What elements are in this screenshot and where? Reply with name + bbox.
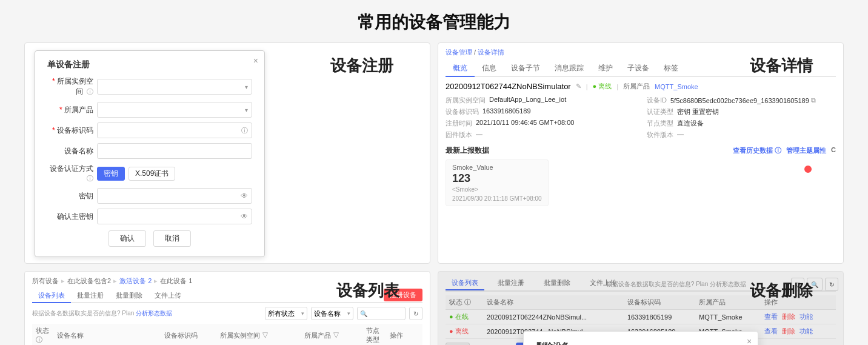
device-edit-icon[interactable]: ✎ <box>576 82 581 90</box>
cancel-button[interactable]: 取消 <box>153 230 191 247</box>
list-card: 设备列表 注册设备 所有设备 ▸ 在此设备包含2 ▸ 激活设备 2 ▸ 在此设备… <box>24 271 430 345</box>
search-input[interactable]: 🔍 <box>357 307 406 320</box>
col-actions: 操作 <box>386 324 422 345</box>
key-eye-icon[interactable]: 👁 <box>241 192 248 200</box>
bc-active-devices[interactable]: 激活设备 2 <box>119 276 152 286</box>
info-auth: 认证类型 密钥 重置密钥 <box>647 107 836 116</box>
data-val: 123 <box>452 172 542 185</box>
col-status: 状态 ⓘ <box>32 324 53 345</box>
tab-subnode[interactable]: 设备子节 <box>504 61 547 77</box>
tab-subdevice[interactable]: 子设备 <box>620 61 656 77</box>
data-time: 2021/09/30 20:11:18 GMT+08:00 <box>452 195 542 202</box>
view-history-link[interactable]: 查看历史数据 ⓘ <box>733 146 781 155</box>
col-name: 设备名称 <box>53 324 161 345</box>
field-auth: 设备认证方式 ⓘ 密钥 X.509证书 <box>47 164 252 183</box>
manage-attr-link[interactable]: 管理主题属性 <box>786 146 826 155</box>
col-product: 所属产品 ▽ <box>301 324 362 345</box>
data-key: Smoke_Value <box>452 164 542 171</box>
register-dialog-title: 单设备注册 <box>47 59 252 70</box>
tab-overview[interactable]: 概览 <box>446 61 475 77</box>
bc-all-devices[interactable]: 所有设备 <box>32 276 59 286</box>
copy-icon[interactable]: ⧉ <box>811 96 816 104</box>
bc-includes[interactable]: 在此设备包含2 <box>67 276 111 286</box>
toolbar-hint-link[interactable]: 分析形态数据 <box>136 310 172 317</box>
status-filter-select[interactable]: 所有状态 <box>265 307 307 320</box>
device-product-name[interactable]: MQTT_Smoke <box>655 83 698 90</box>
name-filter-select[interactable]: 设备名称 <box>311 307 353 320</box>
col-space: 所属实例空间 ▽ <box>216 324 301 345</box>
auth-info-icon[interactable]: ⓘ <box>87 175 93 182</box>
key-input[interactable]: 👁 <box>97 188 252 204</box>
field-confirm-key: 确认主密钥 👁 <box>47 209 252 224</box>
close-icon[interactable]: × <box>253 56 258 65</box>
tab-tag[interactable]: 标签 <box>656 61 686 77</box>
list-tab-batch-del[interactable]: 批量删除 <box>110 289 149 303</box>
confirm-key-eye-icon[interactable]: 👁 <box>241 212 248 221</box>
field-device-code: * 设备标识码 ⓘ <box>47 122 252 138</box>
field-auth-label: 设备认证方式 ⓘ <box>47 164 97 183</box>
breadcrumb-detail[interactable]: 设备详情 <box>478 49 504 56</box>
bc-current[interactable]: 在此设备 1 <box>160 276 192 286</box>
auth-btn-cert[interactable]: X.509证书 <box>129 167 175 181</box>
data-section-body: Smoke_Value 123 <Smoke> 2021/09/30 20:11… <box>446 159 836 206</box>
data-unit: <Smoke> <box>452 186 542 193</box>
list-tab-device[interactable]: 设备列表 <box>32 289 71 303</box>
device-product-label: 所属产品 <box>623 82 650 91</box>
data-section-header: 最新上报数据 查看历史数据 ⓘ 管理主题属性 C <box>446 146 836 156</box>
delete-dialog-title: 删除设备 <box>536 341 746 346</box>
field-device-name-label: 设备名称 <box>47 146 97 156</box>
list-tab-batch-reg[interactable]: 批量注册 <box>71 289 110 303</box>
table-header-row: 状态 ⓘ 设备名称 设备标识码 所属实例空间 ▽ 所属产品 ▽ 节点类型 操作 <box>32 324 422 345</box>
delete-dialog-overlay: 删除设备 × 确认删除以下设备么？（删除后不可正面） 状态 设备名称 设备标识码… <box>438 272 843 345</box>
reset-key-link[interactable]: 重置密钥 <box>692 108 719 115</box>
register-card-label: 设备注册 <box>330 55 393 76</box>
register-card: 设备注册 单设备注册 × * 所属实例空间 ⓘ * 所属产品 * 设备标识码 ⓘ <box>24 42 430 264</box>
dialog-footer: 确认 取消 <box>47 230 252 247</box>
field-key: 密钥 👁 <box>47 188 252 204</box>
register-dialog: 单设备注册 × * 所属实例空间 ⓘ * 所属产品 * 设备标识码 ⓘ <box>35 50 265 257</box>
field-space-label: * 所属实例空间 ⓘ <box>47 76 97 97</box>
delete-dialog-close-icon[interactable]: × <box>747 337 752 346</box>
product-select[interactable] <box>97 102 252 118</box>
data-item-smoke: Smoke_Value 123 <Smoke> 2021/09/30 20:11… <box>446 159 549 206</box>
space-info-icon[interactable]: ⓘ <box>87 88 93 95</box>
device-code-info-icon[interactable]: ⓘ <box>241 126 248 135</box>
field-device-name: 设备名称 <box>47 143 252 159</box>
space-select[interactable] <box>97 79 252 95</box>
delete-dialog: 删除设备 × 确认删除以下设备么？（删除后不可正面） 状态 设备名称 设备标识码… <box>523 331 758 346</box>
field-confirm-key-label: 确认主密钥 <box>47 212 97 222</box>
refresh-list-button[interactable]: ↻ <box>409 307 422 320</box>
data-live-dot <box>804 166 812 173</box>
data-section-actions: 查看历史数据 ⓘ 管理主题属性 C <box>733 146 836 155</box>
tab-info[interactable]: 信息 <box>475 61 504 77</box>
info-space: 所属实例空间 DefaultApp_Long_Lee_iot <box>446 96 635 105</box>
list-card-label: 设备列表 <box>336 280 399 301</box>
delete-card: 设备删除 根据设备名数据取实是否的信息? Plan 分析形态数据 ▽ 🔍 ↻ 设… <box>438 271 844 345</box>
device-status: ● 离线 <box>593 82 612 91</box>
search-icon: 🔍 <box>360 310 367 317</box>
breadcrumb-manage[interactable]: 设备管理 <box>446 49 472 56</box>
toolbar-hint: 根据设备名数据取实是否的信息? Plan 分析形态数据 <box>32 309 261 318</box>
tab-maintain[interactable]: 维护 <box>591 61 620 77</box>
field-key-label: 密钥 <box>47 191 97 201</box>
col-node: 节点类型 <box>362 324 386 345</box>
list-tab-upload[interactable]: 文件上传 <box>149 289 187 303</box>
info-sw: 软件版本 — <box>647 130 836 139</box>
auth-btn-key[interactable]: 密钥 <box>97 167 125 181</box>
info-device-id: 设备ID 5f5c8680B5edc002bc736ee9_1633901605… <box>647 96 836 105</box>
refresh-icon[interactable]: C <box>831 146 836 155</box>
field-space: * 所属实例空间 ⓘ <box>47 76 252 97</box>
info-code: 设备标识码 1633916805189 <box>446 107 635 116</box>
confirm-button[interactable]: 确认 <box>109 230 146 247</box>
info-fw: 固件版本 — <box>446 130 635 139</box>
confirm-key-input[interactable]: 👁 <box>97 209 252 224</box>
field-device-code-label: * 设备标识码 <box>47 126 97 136</box>
page-title: 常用的设备管理能力 <box>0 0 868 42</box>
tab-msg-trace[interactable]: 消息跟踪 <box>547 61 591 77</box>
device-name-input[interactable] <box>97 143 252 159</box>
detail-card-label: 设备详情 <box>750 55 813 76</box>
data-section-title: 最新上报数据 <box>446 146 489 156</box>
detail-info-grid: 所属实例空间 DefaultApp_Long_Lee_iot 设备ID 5f5c… <box>446 96 836 139</box>
device-table: 状态 ⓘ 设备名称 设备标识码 所属实例空间 ▽ 所属产品 ▽ 节点类型 操作 … <box>32 324 422 345</box>
device-code-input[interactable]: ⓘ <box>97 122 252 138</box>
